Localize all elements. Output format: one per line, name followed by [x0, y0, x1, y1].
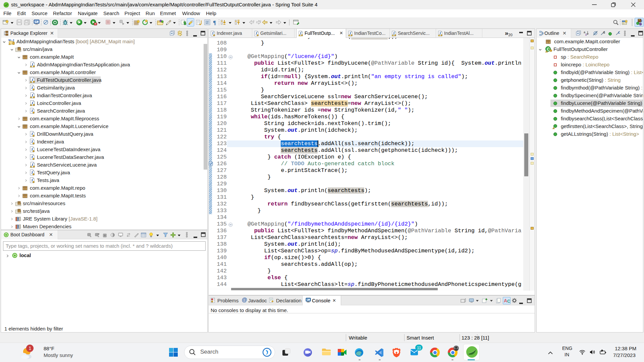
svg-text:J: J [31, 178, 33, 182]
svg-text:J: J [31, 155, 33, 159]
svg-text:J: J [31, 101, 33, 105]
svg-text:z: z [585, 33, 587, 36]
svg-text:J: J [31, 85, 33, 89]
svg-text:1: 1 [29, 346, 32, 351]
svg-text:J: J [212, 32, 213, 35]
svg-text:J: J [31, 132, 33, 136]
svg-text:L: L [618, 31, 620, 34]
svg-text:J: J [31, 163, 33, 167]
svg-text:C: C [547, 47, 550, 52]
svg-text:J: J [641, 19, 642, 23]
svg-text:S: S [603, 31, 605, 34]
svg-text:J: J [31, 62, 33, 66]
svg-text:J: J [31, 78, 33, 82]
svg-text:J: J [31, 147, 33, 151]
svg-text:J: J [31, 109, 33, 113]
svg-text:J: J [255, 32, 257, 35]
svg-text:J: J [31, 93, 33, 97]
svg-text:11: 11 [417, 346, 421, 350]
svg-text:J: J [31, 139, 33, 143]
svg-text:¶: ¶ [213, 19, 216, 25]
svg-text:J: J [31, 170, 33, 174]
